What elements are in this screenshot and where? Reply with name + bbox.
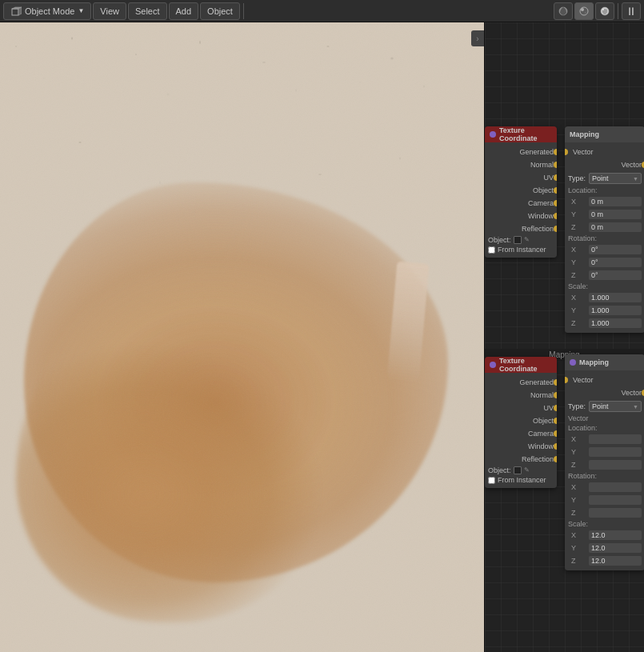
socket-uv[interactable]: [554, 174, 557, 181]
object-label: Object: [207, 6, 233, 16]
tex-coord-2-header: Texture Coordinate: [485, 357, 557, 373]
tex-coord-1-title: Texture Coordinate: [499, 126, 552, 142]
loc-z-row: Z 0 m: [565, 221, 644, 234]
pause-icon[interactable]: ⏸: [622, 2, 641, 20]
scale-y-value-2[interactable]: 12.0: [589, 543, 642, 553]
add-menu[interactable]: Add: [169, 2, 199, 20]
mapping-2-dot: [570, 359, 576, 366]
socket-reflection-2[interactable]: [554, 456, 557, 462]
tex-coord-2-dot: [490, 362, 496, 368]
socket-uv-2[interactable]: [554, 405, 557, 411]
texture-coordinate-node-2[interactable]: Texture Coordinate Generated Normal UV O…: [485, 357, 557, 488]
svg-marker-2: [18, 7, 22, 15]
socket-generated[interactable]: [554, 149, 557, 155]
scale-y-value[interactable]: 1.000: [589, 306, 642, 315]
svg-point-6: [585, 11, 587, 14]
instancer-checkbox[interactable]: [488, 246, 495, 254]
object-field-row-2: Object: ✎: [485, 466, 557, 475]
row-camera: Camera: [485, 197, 557, 210]
tex-coord-1-body: Generated Normal UV Object Camera: [485, 142, 557, 258]
texture-coordinate-node-1[interactable]: Texture Coordinate Generated Normal UV O…: [485, 126, 557, 258]
rotation-label-2: Rotation:: [565, 471, 644, 481]
rot-x-row-2: X: [565, 481, 644, 494]
view-menu[interactable]: View: [93, 2, 126, 20]
socket-camera-2[interactable]: [554, 430, 557, 437]
tex-coord-2-body: Generated Normal UV Object Camera: [485, 373, 557, 488]
rot-z-value-2[interactable]: [589, 508, 642, 518]
rot-z-value[interactable]: 0°: [589, 270, 642, 280]
rotation-label: Rotation:: [565, 234, 644, 243]
scale-z-row: Z 1.000: [565, 317, 644, 330]
socket-window[interactable]: [554, 213, 557, 219]
viewport-shading-icon[interactable]: [554, 2, 573, 20]
add-label: Add: [176, 6, 192, 16]
socket-object-2[interactable]: [554, 418, 557, 424]
socket-camera[interactable]: [554, 200, 557, 206]
mode-dropdown-icon: ▼: [78, 7, 84, 14]
rot-x-value-2[interactable]: [589, 482, 642, 492]
loc-x-value[interactable]: 0 m: [589, 197, 642, 206]
mapping-node-1[interactable]: Mapping Vector Vector Type: Point: [565, 126, 644, 333]
mapping-node-2[interactable]: Mapping Vector Vector Type: Point: [565, 354, 644, 570]
type-row: Type: Point ▼: [565, 171, 644, 186]
socket-vector-in[interactable]: [565, 149, 568, 155]
socket-vector-in-2[interactable]: [565, 377, 568, 383]
type-dropdown[interactable]: Point ▼: [589, 173, 642, 184]
rot-y-value-2[interactable]: [589, 495, 642, 505]
scale-x-value[interactable]: 1.000: [589, 293, 642, 302]
mapping-1-body: Vector Vector Type: Point ▼ Location:: [565, 142, 644, 333]
row-camera-2: Camera: [485, 427, 557, 440]
rot-x-value[interactable]: 0°: [589, 245, 642, 254]
eyedrop-icon[interactable]: ✎: [524, 236, 532, 244]
type-dropdown-2[interactable]: Point ▼: [589, 401, 642, 412]
eyedrop-icon-2[interactable]: ✎: [524, 466, 532, 474]
mapping-1-title: Mapping: [570, 130, 599, 138]
object-swatch-2[interactable]: [514, 466, 522, 474]
scale-z-value-2[interactable]: 12.0: [589, 556, 642, 566]
loc-z-value[interactable]: 0 m: [589, 222, 642, 232]
mapping-2-header: Mapping: [565, 354, 644, 370]
socket-object[interactable]: [554, 187, 557, 194]
object-menu[interactable]: Object: [200, 2, 240, 20]
instancer-checkbox-2[interactable]: [488, 477, 495, 484]
scale-z-value[interactable]: 1.000: [589, 318, 642, 328]
socket-reflection[interactable]: [554, 226, 557, 232]
loc-y-value-2[interactable]: [589, 447, 642, 457]
scale-z-row-2: Z 12.0: [565, 554, 644, 567]
vector-output-row: Vector: [565, 158, 644, 171]
type-row-2: Type: Point ▼: [565, 399, 644, 414]
socket-normal[interactable]: [554, 162, 557, 168]
select-menu[interactable]: Select: [128, 2, 167, 20]
material-preview-icon[interactable]: [595, 2, 614, 20]
loc-y-value[interactable]: 0 m: [589, 210, 642, 219]
tex-coord-1-dot: [490, 131, 496, 138]
vector-output-row-2: Vector: [565, 386, 644, 399]
row-window: Window: [485, 210, 557, 222]
node-editor-panel: Texture Coordinate Generated Normal UV O…: [484, 22, 644, 652]
rot-x-row: X 0°: [565, 243, 644, 256]
separator-2: [618, 3, 618, 19]
3d-viewport[interactable]: ›: [0, 22, 484, 652]
row-window-2: Window: [485, 440, 557, 453]
loc-x-value-2[interactable]: [589, 434, 642, 444]
instancer-row-2: From Instancer: [485, 475, 557, 485]
object-mode-button[interactable]: Object Mode ▼: [3, 2, 91, 20]
socket-normal-2[interactable]: [554, 392, 557, 398]
main-toolbar: Object Mode ▼ View Select Add Object: [0, 0, 644, 22]
scale-label: Scale:: [565, 282, 644, 291]
socket-generated-2[interactable]: [554, 379, 557, 386]
socket-window-2[interactable]: [554, 443, 557, 450]
loc-z-value-2[interactable]: [589, 460, 642, 470]
object-swatch[interactable]: [514, 236, 522, 244]
row-object-2: Object: [485, 414, 557, 427]
render-preview-icon[interactable]: [574, 2, 594, 20]
main-content: › Texture Coordinate Generated Nor: [0, 22, 644, 652]
rot-z-row-2: Z: [565, 506, 644, 519]
panel-toggle[interactable]: ›: [471, 30, 484, 46]
mode-label: Object Mode: [25, 6, 74, 16]
location-label-2: Location:: [565, 423, 644, 433]
scale-x-value-2[interactable]: 12.0: [589, 530, 642, 540]
scale-y-row-2: Y 12.0: [565, 542, 644, 554]
rot-y-value[interactable]: 0°: [589, 258, 642, 267]
location-label: Location:: [565, 186, 644, 195]
